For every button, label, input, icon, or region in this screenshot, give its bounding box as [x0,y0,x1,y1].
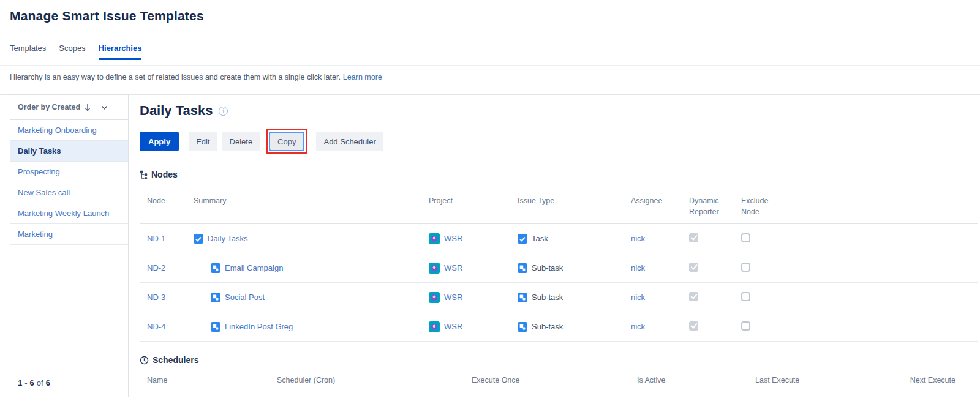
dynamic-reporter-checkbox[interactable] [689,292,698,301]
project-avatar-icon [429,292,440,303]
sidebar-item-daily-tasks[interactable]: Daily Tasks [10,141,128,162]
assignee-link[interactable]: nick [631,293,645,302]
task-icon [518,234,527,244]
exclude-node-checkbox[interactable] [741,292,750,301]
tabs-divider [0,65,980,66]
col-assignee: Assignee [624,187,682,223]
action-button-row: Apply Edit Delete Copy Add Scheduler [140,129,978,154]
hierarchy-description: Hierarchy is an easy way to define a set… [10,73,382,81]
col-exclude-node: Exclude Node [741,195,777,217]
col-next-execute: Next Execute [875,375,978,397]
subtask-icon [518,263,527,273]
learn-more-link[interactable]: Learn more [343,73,382,81]
sidebar-item-prospecting[interactable]: Prospecting [10,162,128,182]
sort-order-button[interactable]: Order by Created [10,95,128,120]
add-scheduler-button[interactable]: Add Scheduler [316,132,383,151]
pagination: 1 - 6 of 6 [10,369,128,397]
project-avatar-icon [429,233,440,244]
sidebar-item-new-sales-call[interactable]: New Sales call [10,182,128,203]
project-link[interactable]: WSR [444,263,462,272]
edit-button[interactable]: Edit [189,132,217,151]
hierarchy-detail-panel: Daily Tasks i Apply Edit Delete Copy Add… [140,94,978,397]
dynamic-reporter-checkbox[interactable] [689,263,698,272]
col-dynamic-reporter: Dynamic Reporter [689,195,725,217]
content-right-border [978,94,978,401]
node-id-link[interactable]: ND-4 [147,322,165,331]
nodes-table-header: Node Summary Project Issue Type Assignee… [140,187,978,224]
project-link[interactable]: WSR [444,234,462,243]
manage-smart-issue-templates-page: Manage Smart Issue Templates Templates S… [0,0,980,401]
sidebar-empty-space [10,245,128,369]
col-last-execute: Last Execute [748,375,875,397]
info-icon[interactable]: i [219,107,228,116]
schedulers-section-heading: Schedulers [140,354,978,366]
node-id-link[interactable]: ND-2 [147,263,165,272]
dynamic-reporter-checkbox[interactable] [689,321,698,331]
col-node: Node [140,187,186,223]
issue-type-label: Task [532,234,548,243]
nodes-section-heading: Nodes [140,169,978,180]
sidebar-item-marketing[interactable]: Marketing [10,224,128,245]
hierarchy-list-sidebar: Order by Created Marketing Onboarding Da… [10,94,129,397]
tab-templates[interactable]: Templates [10,43,46,60]
dynamic-reporter-checkbox[interactable] [689,233,698,242]
exclude-node-checkbox[interactable] [741,263,750,272]
pagination-from: 1 [18,378,22,388]
delete-button[interactable]: Delete [222,132,260,151]
subtask-icon [211,263,221,273]
arrow-down-icon [85,103,91,111]
exclude-node-checkbox[interactable] [741,233,750,242]
copy-button-highlight-box: Copy [266,129,307,154]
table-row: ND-2 Email Campaign WSR Sub-task nick [140,253,978,283]
schedulers-section-title: Schedulers [153,355,198,365]
nodes-section-title: Nodes [151,170,178,179]
clock-icon [140,356,149,365]
task-icon [194,234,203,244]
exclude-node-checkbox[interactable] [741,321,750,331]
summary-link[interactable]: Social Post [225,293,265,302]
pagination-separator: - [24,378,27,388]
col-summary: Summary [186,187,421,223]
sort-divider [96,103,96,111]
pagination-total: 6 [46,378,50,388]
project-avatar-icon [429,321,440,332]
page-title: Manage Smart Issue Templates [10,9,204,23]
assignee-link[interactable]: nick [631,234,645,243]
node-id-link[interactable]: ND-1 [147,234,165,243]
subtask-icon [518,293,527,302]
copy-button[interactable]: Copy [269,132,304,151]
detail-title-row: Daily Tasks i [140,102,978,120]
subtask-icon [211,293,221,302]
pagination-of-label: of [37,378,43,388]
project-avatar-icon [429,263,440,274]
project-link[interactable]: WSR [444,322,462,331]
node-id-link[interactable]: ND-3 [147,293,165,302]
summary-link[interactable]: LinkedIn Post Greg [225,322,293,331]
chevron-down-icon[interactable] [101,105,108,110]
table-row: ND-1 Daily Tasks WSR Task nick [140,224,978,253]
tab-scopes[interactable]: Scopes [59,43,85,60]
sort-label: Order by Created [18,103,80,111]
issue-type-label: Sub-task [532,263,563,272]
nodes-table: Node Summary Project Issue Type Assignee… [140,187,978,342]
summary-link[interactable]: Daily Tasks [208,234,248,243]
sidebar-item-marketing-onboarding[interactable]: Marketing Onboarding [10,120,128,141]
col-issue-type: Issue Type [510,187,624,223]
pagination-to: 6 [30,378,34,388]
table-row: ND-3 Social Post WSR Sub-task nick [140,283,978,312]
subtask-icon [518,322,527,332]
hierarchy-icon [140,170,148,179]
sidebar-item-marketing-weekly-launch[interactable]: Marketing Weekly Launch [10,203,128,224]
apply-button[interactable]: Apply [140,132,179,151]
schedulers-table-header: Name Scheduler (Cron) Execute Once Is Ac… [140,375,978,397]
issue-type-label: Sub-task [532,322,563,331]
summary-link[interactable]: Email Campaign [225,263,283,272]
assignee-link[interactable]: nick [631,263,645,272]
col-project: Project [421,187,510,223]
tab-hierarchies[interactable]: Hierarchies [99,43,142,60]
hierarchy-title: Daily Tasks [140,103,213,119]
assignee-link[interactable]: nick [631,322,645,331]
project-link[interactable]: WSR [444,293,462,302]
col-scheduler-cron: Scheduler (Cron) [270,375,464,397]
col-execute-once: Execute Once [464,375,630,397]
